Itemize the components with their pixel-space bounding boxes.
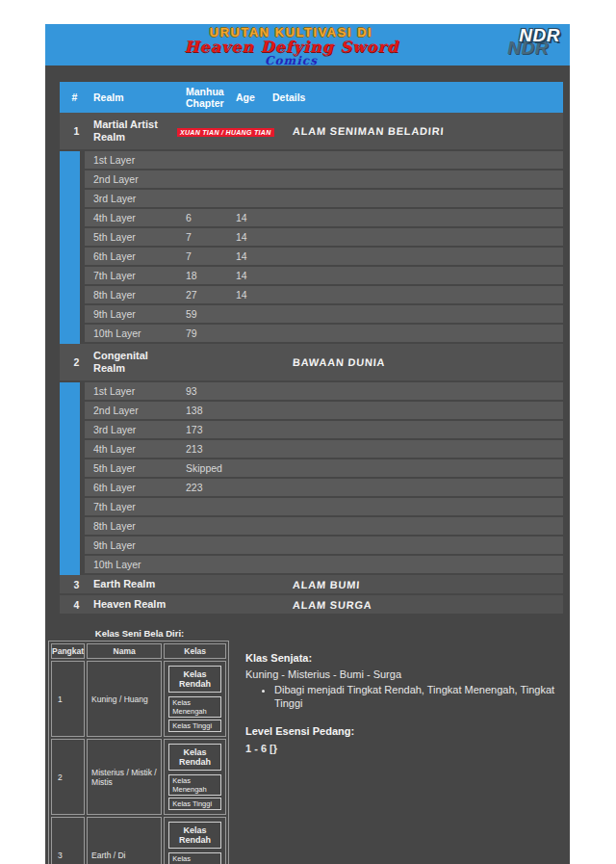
page-title-line2: Heaven Defying Sword xyxy=(45,39,537,55)
layer-row: 2nd Layer138 xyxy=(85,402,563,421)
realm-name: Heaven Realm xyxy=(93,595,186,614)
layer-rows: 1st Layer2nd Layer3rd Layer4th Layer6145… xyxy=(85,151,563,344)
layer-group: 1st Layer2nd Layer3rd Layer4th Layer6145… xyxy=(60,151,563,344)
layer-name: 1st Layer xyxy=(85,154,186,166)
layer-name: 8th Layer xyxy=(85,289,186,301)
realm-details-text: ALAM BUMI xyxy=(293,579,361,590)
martial-class-kelas-cell: Kelas RendahKelas MenengahKelas Tinggi xyxy=(164,817,226,864)
layer-row: 4th Layer614 xyxy=(85,209,563,228)
realm-details-text: BAWAAN DUNIA xyxy=(293,356,386,368)
layer-chapter: 173 xyxy=(186,424,236,435)
realm-row: 1Martial Artist RealmXUAN TIAN / HUANG T… xyxy=(60,113,563,151)
kelas-box: Kelas Menengah xyxy=(168,696,221,718)
layer-row: 7th Layer xyxy=(85,498,563,517)
realm-number: 2 xyxy=(60,356,93,368)
martial-class-table-header: PangkatNamaKelas xyxy=(51,643,226,659)
layer-row: 5th Layer714 xyxy=(85,228,563,248)
realm-details-text: ALAM SURGA xyxy=(293,599,372,611)
layer-name: 4th Layer xyxy=(85,443,186,455)
layer-row: 8th Layer2714 xyxy=(85,286,563,305)
layer-chapter: Skipped xyxy=(186,462,236,474)
sword-essence-value: 1 - 6 [} xyxy=(245,743,563,754)
weapon-class-title: Klas Senjata: xyxy=(245,652,563,664)
layer-row: 8th Layer xyxy=(85,517,563,537)
page-body: # Realm Manhua Chapter Age Details 1Mart… xyxy=(45,65,570,864)
page-title-line3: Comics xyxy=(45,55,537,66)
layer-name: 9th Layer xyxy=(85,539,186,551)
cultivation-table: # Realm Manhua Chapter Age Details 1Mart… xyxy=(60,82,563,615)
layer-name: 10th Layer xyxy=(85,559,186,570)
layer-rows: 1st Layer932nd Layer1383rd Layer1734th L… xyxy=(85,382,563,575)
layer-group: 1st Layer932nd Layer1383rd Layer1734th L… xyxy=(60,382,563,575)
layer-age: 14 xyxy=(236,231,563,243)
realm-details: BAWAAN DUNIA xyxy=(272,356,563,368)
martial-class-row: 3Earth / DiKelas RendahKelas MenengahKel… xyxy=(51,817,226,864)
layer-indicator-bar xyxy=(60,382,80,575)
layer-name: 5th Layer xyxy=(85,462,186,474)
weapon-class-notes: Dibagi menjadi Tingkat Rendah, Tingkat M… xyxy=(274,683,563,710)
layer-name: 10th Layer xyxy=(85,327,186,339)
layer-name: 3rd Layer xyxy=(85,424,186,435)
layer-chapter: 7 xyxy=(186,231,236,243)
page-content: URUTAN KULTIVASI DI Heaven Defying Sword… xyxy=(45,24,570,864)
layer-chapter: 59 xyxy=(186,308,236,320)
martial-class-table-title: Kelas Seni Bela Diri: xyxy=(48,628,231,639)
layer-row: 6th Layer714 xyxy=(85,248,563,267)
layer-name: 8th Layer xyxy=(85,520,186,532)
ndr-logo: NDR NDR xyxy=(495,24,564,65)
layer-chapter: 138 xyxy=(186,405,236,416)
martial-class-panel: Kelas Seni Bela Diri: PangkatNamaKelas 1… xyxy=(48,628,231,864)
column-header-num: # xyxy=(60,92,93,103)
realm-number: 1 xyxy=(60,125,93,137)
realm-details: ALAM SURGA xyxy=(272,599,563,611)
layer-indicator-bar xyxy=(60,151,80,344)
kelas-box: Kelas Rendah xyxy=(168,666,221,693)
martial-class-row: 1Kuning / HuangKelas RendahKelas Menenga… xyxy=(51,661,226,737)
layer-name: 7th Layer xyxy=(85,270,186,281)
martial-class-kelas-cell: Kelas RendahKelas MenengahKelas Tinggi xyxy=(164,739,226,815)
martial-class-row: 2Misterius / Mistik / MistisKelas Rendah… xyxy=(51,739,226,815)
kelas-box: Kelas Tinggi xyxy=(168,720,221,732)
martial-class-column-header: Pangkat xyxy=(51,643,85,659)
realm-row: 3Earth RealmALAM BUMI xyxy=(60,575,563,595)
martial-class-pangkat: 1 xyxy=(51,661,85,737)
banner: URUTAN KULTIVASI DI Heaven Defying Sword… xyxy=(45,24,570,65)
layer-chapter: 93 xyxy=(186,385,236,397)
bottom-section: Kelas Seni Bela Diri: PangkatNamaKelas 1… xyxy=(48,628,563,864)
martial-class-column-header: Nama xyxy=(87,643,162,659)
sword-essence-title: Level Esensi Pedang: xyxy=(245,725,563,737)
column-header-realm: Realm xyxy=(93,92,186,103)
realm-name: Earth Realm xyxy=(93,575,186,593)
realm-number: 4 xyxy=(60,599,93,611)
column-header-details: Details xyxy=(272,92,563,103)
martial-class-column-header: Kelas xyxy=(164,643,226,659)
banner-titles: URUTAN KULTIVASI DI Heaven Defying Sword… xyxy=(45,24,570,66)
layer-row: 7th Layer1814 xyxy=(85,267,563,286)
realm-chapter-cell: XUAN TIAN / HUANG TIAN xyxy=(186,125,272,137)
realm-name: Martial Artist Realm xyxy=(93,116,186,146)
realm-details: ALAM BUMI xyxy=(272,579,563,590)
layer-name: 7th Layer xyxy=(85,501,186,512)
layer-name: 4th Layer xyxy=(85,212,186,223)
kelas-box: Kelas Rendah xyxy=(168,744,221,771)
layer-chapter: 223 xyxy=(186,482,236,493)
chapter-badge: XUAN TIAN / HUANG TIAN xyxy=(177,128,274,137)
layer-row: 1st Layer93 xyxy=(85,382,563,402)
weapon-class-note: Dibagi menjadi Tingkat Rendah, Tingkat M… xyxy=(274,683,563,710)
layer-name: 2nd Layer xyxy=(85,405,186,416)
martial-class-pangkat: 3 xyxy=(51,817,85,864)
layer-name: 9th Layer xyxy=(85,308,186,320)
layer-age: 14 xyxy=(236,212,563,223)
realm-row: 4Heaven RealmALAM SURGA xyxy=(60,595,563,615)
cultivation-table-header: # Realm Manhua Chapter Age Details xyxy=(60,82,563,113)
layer-row: 2nd Layer xyxy=(85,170,563,190)
layer-row: 5th LayerSkipped xyxy=(85,459,563,479)
martial-class-pangkat: 2 xyxy=(51,739,85,815)
layer-row: 10th Layer xyxy=(85,556,563,575)
layer-row: 9th Layer59 xyxy=(85,305,563,325)
column-header-age: Age xyxy=(236,92,272,103)
layer-name: 3rd Layer xyxy=(85,193,186,204)
column-header-chapter: Manhua Chapter xyxy=(186,86,236,109)
realm-details: ALAM SENIMAN BELADIRI xyxy=(272,125,563,137)
layer-chapter: 18 xyxy=(186,270,236,281)
